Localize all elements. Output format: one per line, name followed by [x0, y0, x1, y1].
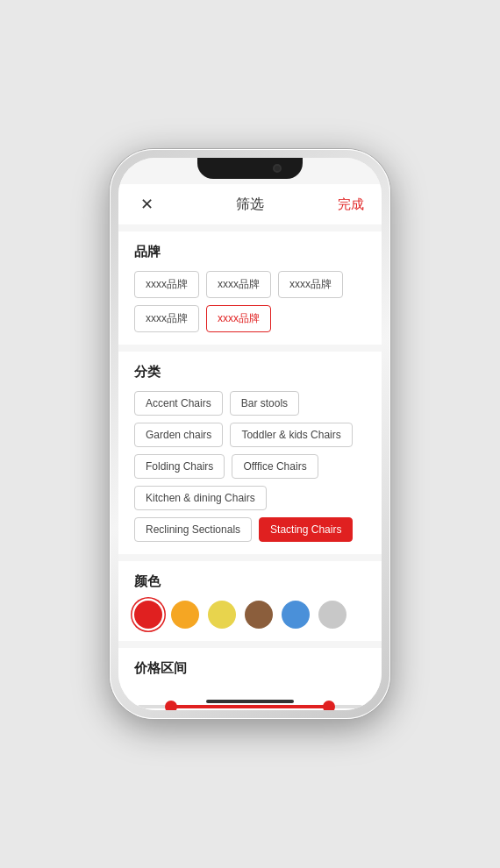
slider-thumb-min[interactable] [165, 701, 177, 710]
brand-section: 品牌 xxxx品牌 xxxx品牌 xxxx品牌 xxxx品牌 xxxx品牌 [118, 231, 382, 345]
slider-track [138, 705, 362, 708]
brand-tag-2[interactable]: xxxx品牌 [206, 271, 271, 298]
filter-header: ✕ 筛选 完成 [118, 184, 382, 224]
category-tag-kitchen-chairs[interactable]: Kitchen & dining Chairs [134, 486, 267, 510]
category-section-title: 分类 [134, 364, 366, 381]
colors-row [134, 601, 366, 629]
price-section-title: 价格区间 [134, 660, 366, 677]
category-tag-bar-stools[interactable]: Bar stools [230, 391, 299, 416]
category-tag-accent-chairs[interactable]: Accent Chairs [134, 391, 223, 416]
brand-tag-4[interactable]: xxxx品牌 [134, 305, 199, 332]
color-section: 颜色 [118, 561, 382, 641]
category-tag-garden-chairs[interactable]: Garden chairs [134, 423, 223, 447]
brand-tag-1[interactable]: xxxx品牌 [134, 271, 199, 298]
brand-section-title: 品牌 [134, 244, 366, 260]
color-gray[interactable] [318, 601, 346, 629]
brand-tag-3[interactable]: xxxx品牌 [278, 271, 343, 298]
brand-tags-container: xxxx品牌 xxxx品牌 xxxx品牌 xxxx品牌 xxxx品牌 [134, 271, 366, 332]
home-indicator [206, 700, 294, 703]
phone-screen: ✕ 筛选 完成 品牌 xxxx品牌 xxxx品牌 xxxx品牌 xxxx品牌 x… [118, 158, 382, 710]
color-brown[interactable] [245, 601, 273, 629]
slider-thumb-max[interactable] [323, 701, 335, 710]
color-blue[interactable] [282, 601, 310, 629]
category-tag-stacting[interactable]: Stacting Chairs [259, 517, 353, 542]
phone-frame: ✕ 筛选 完成 品牌 xxxx品牌 xxxx品牌 xxxx品牌 xxxx品牌 x… [110, 149, 390, 719]
category-tag-toddler-chairs[interactable]: Toddler & kids Chairs [230, 423, 352, 447]
screen-content: ✕ 筛选 完成 品牌 xxxx品牌 xxxx品牌 xxxx品牌 xxxx品牌 x… [118, 158, 382, 710]
slider-fill [171, 705, 328, 708]
category-tag-office-chairs[interactable]: Offfice Chairs [232, 454, 318, 479]
close-button[interactable]: ✕ [136, 195, 157, 214]
page-title: 筛选 [236, 196, 264, 214]
color-section-title: 颜色 [134, 573, 366, 590]
price-range: 450元 5600元 [134, 687, 366, 710]
brand-tag-5[interactable]: xxxx品牌 [206, 305, 271, 332]
category-tag-reclining[interactable]: Reclining Sectionals [134, 517, 252, 542]
camera [273, 164, 282, 173]
category-section: 分类 Accent Chairs Bar stools Garden chair… [118, 352, 382, 554]
color-yellow[interactable] [208, 601, 236, 629]
notch [197, 158, 303, 179]
done-button[interactable]: 完成 [338, 196, 364, 213]
color-orange[interactable] [171, 601, 199, 629]
category-tag-folding-chairs[interactable]: Folding Chairs [134, 454, 225, 479]
category-tags-container: Accent Chairs Bar stools Garden chairs T… [134, 391, 366, 542]
color-red[interactable] [134, 601, 162, 629]
